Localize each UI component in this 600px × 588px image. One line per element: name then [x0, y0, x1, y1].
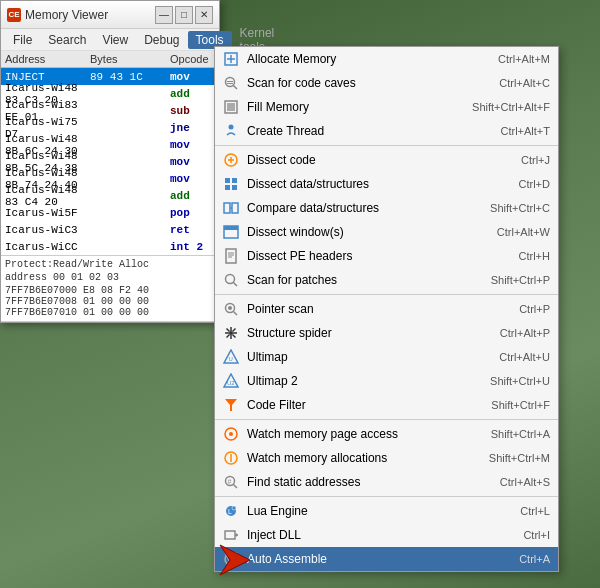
- menu-label-watch-allocations: Watch memory allocations: [247, 451, 489, 465]
- table-body: INJECT 89 43 1C mov Icarus-Wi48 83 C3 20…: [1, 68, 219, 256]
- ultimap-icon: U: [221, 347, 241, 367]
- table-row[interactable]: Icarus-WiC3 ret: [1, 221, 219, 238]
- menu-file[interactable]: File: [5, 31, 40, 49]
- menu-label-inject-dll: Inject DLL: [247, 528, 523, 542]
- col-header-opcode: Opcode: [170, 53, 215, 65]
- menu-item-scan-code-caves[interactable]: Scan for code caves Ctrl+Alt+C: [215, 71, 558, 95]
- app-icon: CE: [7, 8, 21, 22]
- shortcut-ultimap: Ctrl+Alt+U: [499, 351, 550, 363]
- menu-label-dissect-windows: Dissect window(s): [247, 225, 497, 239]
- svg-line-38: [233, 329, 236, 332]
- menu-label-dissect-code: Dissect code: [247, 153, 521, 167]
- memory-protect-header: Protect:Read/Write Alloc: [5, 259, 215, 270]
- menu-item-dissect-data[interactable]: Dissect data/structures Ctrl+D: [215, 172, 558, 196]
- alloc-icon: [221, 49, 241, 69]
- menu-item-ultimap-2[interactable]: U2 Ultimap 2 Shift+Ctrl+U: [215, 369, 558, 393]
- menu-label-find-static: Find static addresses: [247, 475, 500, 489]
- shortcut-dissect-pe: Ctrl+H: [519, 250, 550, 262]
- shortcut-scan-patches: Shift+Ctrl+P: [491, 274, 550, 286]
- memory-row: 7FF7B6E07000 E8 08 F2 40: [5, 285, 215, 296]
- svg-marker-57: [236, 533, 238, 537]
- col-header-address: Address: [5, 53, 90, 65]
- menu-item-watch-allocations[interactable]: Watch memory allocations Shift+Ctrl+M: [215, 446, 558, 470]
- menu-label-lua-engine: Lua Engine: [247, 504, 520, 518]
- svg-line-29: [234, 312, 238, 316]
- menu-label-compare-data: Compare data/structures: [247, 201, 490, 215]
- menu-item-scan-patches[interactable]: Scan for patches Shift+Ctrl+P: [215, 268, 558, 292]
- menu-item-fill-memory[interactable]: Fill Memory Shift+Ctrl+Alt+F: [215, 95, 558, 119]
- menu-item-code-filter[interactable]: Code Filter Shift+Ctrl+F: [215, 393, 558, 417]
- maximize-button[interactable]: □: [175, 6, 193, 24]
- separator-1: [215, 145, 558, 146]
- table-row[interactable]: Icarus-Wi5F pop: [1, 204, 219, 221]
- watch-alloc-icon: [221, 448, 241, 468]
- menu-item-create-thread[interactable]: Create Thread Ctrl+Alt+T: [215, 119, 558, 143]
- close-button[interactable]: ✕: [195, 6, 213, 24]
- tools-dropdown-menu: Allocate Memory Ctrl+Alt+M Scan for code…: [214, 46, 559, 572]
- menu-item-inject-dll[interactable]: Inject DLL Ctrl+I: [215, 523, 558, 547]
- menu-debug[interactable]: Debug: [136, 31, 187, 49]
- shortcut-pointer-scan: Ctrl+P: [519, 303, 550, 315]
- menu-item-pointer-scan[interactable]: Pointer scan Ctrl+P: [215, 297, 558, 321]
- shortcut-code-filter: Shift+Ctrl+F: [491, 399, 550, 411]
- svg-text:#: #: [228, 478, 232, 485]
- svg-line-36: [227, 329, 230, 332]
- menu-item-allocate-memory[interactable]: Allocate Memory Ctrl+Alt+M: [215, 47, 558, 71]
- menu-item-dissect-pe[interactable]: Dissect PE headers Ctrl+H: [215, 244, 558, 268]
- svg-point-30: [228, 306, 232, 310]
- svg-rect-14: [232, 178, 237, 183]
- separator-2: [215, 294, 558, 295]
- find-static-icon: #: [221, 472, 241, 492]
- menu-view[interactable]: View: [94, 31, 136, 49]
- pointer-scan-icon: [221, 299, 241, 319]
- svg-marker-44: [225, 399, 237, 411]
- svg-rect-13: [225, 178, 230, 183]
- separator-3: [215, 419, 558, 420]
- menu-item-lua-engine[interactable]: L Lua Engine Ctrl+L: [215, 499, 558, 523]
- fill-icon: [221, 97, 241, 117]
- table-row[interactable]: Icarus-Wi48 83 C4 20 add: [1, 187, 219, 204]
- memory-viewer-window: CE Memory Viewer — □ ✕ File Search View …: [0, 0, 220, 323]
- svg-rect-5: [227, 81, 233, 82]
- menu-item-ultimap[interactable]: U Ultimap Ctrl+Alt+U: [215, 345, 558, 369]
- svg-rect-18: [232, 203, 238, 213]
- title-controls: — □ ✕: [155, 6, 213, 24]
- table-row[interactable]: Icarus-WiCC int 2: [1, 238, 219, 255]
- menu-search[interactable]: Search: [40, 31, 94, 49]
- svg-rect-17: [224, 203, 230, 213]
- separator-4: [215, 496, 558, 497]
- svg-text:U: U: [229, 356, 233, 362]
- menu-item-watch-page-access[interactable]: Watch memory page access Shift+Ctrl+A: [215, 422, 558, 446]
- dissect-pe-icon: [221, 246, 241, 266]
- svg-point-31: [229, 331, 233, 335]
- menu-label-allocate-memory: Allocate Memory: [247, 52, 498, 66]
- menu-item-structure-spider[interactable]: Structure spider Ctrl+Alt+P: [215, 321, 558, 345]
- shortcut-scan-code-caves: Ctrl+Alt+C: [499, 77, 550, 89]
- svg-line-39: [227, 335, 230, 338]
- menu-item-auto-assemble[interactable]: Auto Assemble Ctrl+A: [215, 547, 558, 571]
- arrow-indicator: [215, 540, 255, 583]
- menu-item-find-static[interactable]: # Find static addresses Ctrl+Alt+S: [215, 470, 558, 494]
- svg-line-50: [234, 485, 238, 489]
- minimize-button[interactable]: —: [155, 6, 173, 24]
- svg-rect-55: [225, 531, 235, 539]
- menu-item-dissect-windows[interactable]: Dissect window(s) Ctrl+Alt+W: [215, 220, 558, 244]
- menu-item-compare-data[interactable]: Compare data/structures Shift+Ctrl+C: [215, 196, 558, 220]
- shortcut-structure-spider: Ctrl+Alt+P: [500, 327, 550, 339]
- svg-line-37: [233, 335, 236, 338]
- svg-text:L: L: [228, 508, 232, 515]
- svg-point-53: [232, 506, 236, 510]
- structure-spider-icon: [221, 323, 241, 343]
- menu-label-structure-spider: Structure spider: [247, 326, 500, 340]
- col-header-bytes: Bytes: [90, 53, 170, 65]
- menu-label-create-thread: Create Thread: [247, 124, 500, 138]
- shortcut-dissect-windows: Ctrl+Alt+W: [497, 226, 550, 238]
- scan-icon: [221, 73, 241, 93]
- shortcut-dissect-data: Ctrl+D: [519, 178, 550, 190]
- dissect-code-icon: [221, 150, 241, 170]
- shortcut-fill-memory: Shift+Ctrl+Alt+F: [472, 101, 550, 113]
- menu-item-dissect-code[interactable]: Dissect code Ctrl+J: [215, 148, 558, 172]
- menu-label-scan-patches: Scan for patches: [247, 273, 491, 287]
- svg-rect-8: [227, 103, 235, 111]
- code-filter-icon: [221, 395, 241, 415]
